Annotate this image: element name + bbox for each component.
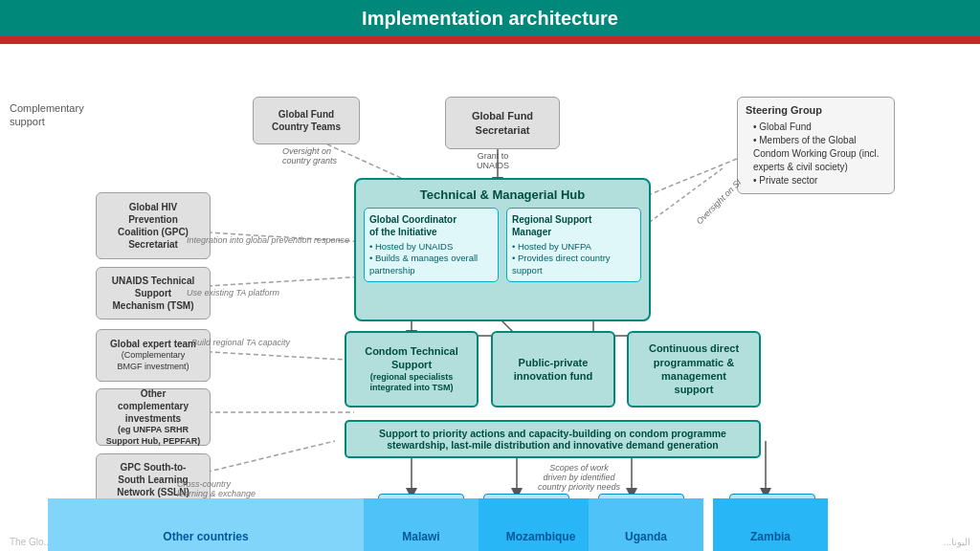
global-fund-secretariat-box: Global Fund Secretariat [445, 97, 560, 149]
other-comp-sub: (eg UNFPA SRHR Support Hub, PEPFAR) [106, 425, 201, 447]
hub-title: Technical & Managerial Hub [364, 187, 641, 202]
global-hiv-box: Global HIV Prevention Coalition (GPC) Se… [96, 192, 211, 259]
global-expert-sub: (Complementary BMGF investment) [117, 350, 189, 372]
malawi-box: Malawi [364, 498, 479, 551]
use-existing-label: Use existing TA platform [187, 288, 378, 298]
red-bar [0, 36, 980, 44]
other-complementary-box: Other complementary investments (eg UNFP… [96, 388, 211, 446]
main-content: Complementary support Global Fund Countr… [0, 44, 980, 551]
zambia-label: Zambia [750, 530, 791, 543]
continuous-direct-box: Continuous direct programmatic & managem… [627, 331, 761, 408]
uganda-label: Uganda [625, 530, 667, 543]
other-countries-box: Other countries [48, 498, 364, 551]
watermark-right: ...اليونا [944, 537, 970, 547]
steering-group-box: Steering Group • Global Fund • Members o… [737, 97, 895, 194]
zambia-box: Zambia [713, 498, 828, 551]
steering-title: Steering Group [746, 103, 886, 118]
condom-tech-sub: (regional specialists integrated into TS… [352, 372, 471, 394]
global-coord-bullet1: • Hosted by UNAIDS [369, 241, 493, 253]
global-coordinator-box: Global Coordinator of the Initiative • H… [364, 208, 499, 282]
regional-support-title: Regional Support Manager [512, 213, 635, 238]
condom-tech-box: Condom Technical Support (regional speci… [345, 331, 479, 408]
support-banner: Support to priority actions and capacity… [345, 420, 761, 458]
scopes-label: Scopes of work driven by identified coun… [531, 463, 627, 492]
other-comp-title: Other complementary investments [118, 387, 189, 425]
grant-label: Grant to UNAIDS [477, 151, 509, 170]
steering-bullet-3: • Private sector [753, 174, 886, 187]
public-private-box: Public-private innovation fund [491, 331, 615, 408]
header: Implementation architecture [0, 0, 980, 36]
global-coord-bullet2: • Builds & manages overall partnership [369, 253, 493, 276]
integration-label: Integration into global prevention respo… [187, 235, 378, 245]
uganda-box: Uganda [589, 498, 703, 551]
malawi-label: Malawi [402, 530, 439, 543]
regional-bullet1: • Hosted by UNFPA [512, 241, 635, 253]
global-fund-country-teams-box: Global Fund Country Teams [253, 97, 360, 144]
steering-bullet-1: • Global Fund [753, 121, 886, 134]
regional-bullet2: • Provides direct country support [512, 253, 635, 276]
mozambique-box: Mozambique [479, 498, 603, 551]
build-regional-label: Build regional TA capacity [191, 338, 345, 347]
watermark-left: The Glo... [10, 537, 52, 547]
condom-tech-title: Condom Technical Support [365, 344, 458, 372]
oversight-si-label: Oversight on SI [695, 178, 744, 227]
complementary-support-label: Complementary support [10, 101, 86, 129]
cross-country-label: Cross-country learning & exchange [177, 479, 301, 498]
steering-bullet-2: • Members of the Global Condom Working G… [753, 134, 886, 174]
global-expert-title: Global expert team [110, 338, 196, 350]
header-title: Implementation architecture [362, 8, 618, 29]
oversight-label: Oversight on country grants [282, 146, 337, 165]
global-coord-title: Global Coordinator of the Initiative [369, 213, 493, 238]
tech-hub: Technical & Managerial Hub Global Coordi… [354, 178, 651, 321]
regional-support-box: Regional Support Manager • Hosted by UNF… [506, 208, 641, 282]
mozambique-label: Mozambique [506, 530, 576, 543]
